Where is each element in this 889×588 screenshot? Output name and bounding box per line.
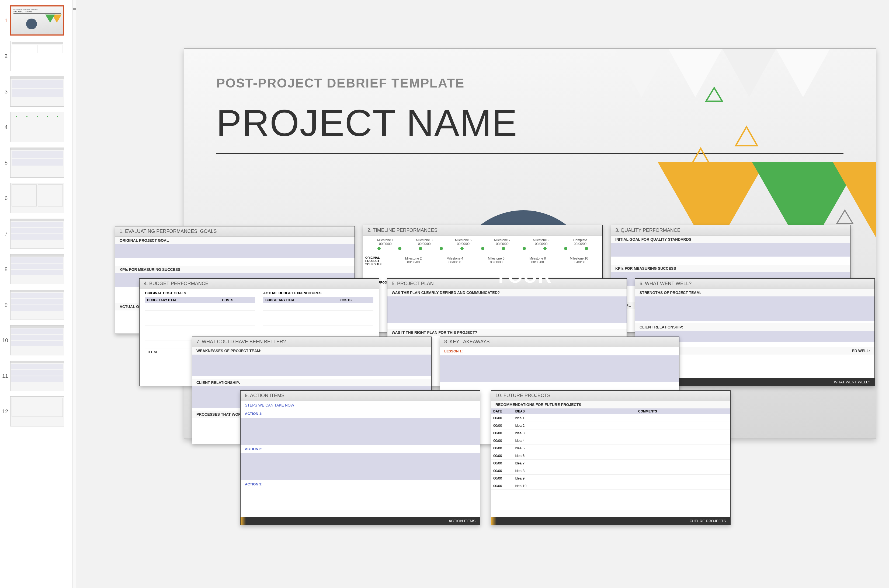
timeline-top-labels: Milestone 100/00/00 Milestone 300/00/00 … (363, 236, 602, 249)
slide-thumbnail-5[interactable] (10, 147, 64, 178)
slide-thumbnail-8[interactable] (10, 254, 64, 284)
slide-thumbnail-4[interactable] (10, 112, 64, 142)
slide-thumbnail-6[interactable] (10, 183, 64, 213)
slide-thumbnail-2[interactable] (10, 41, 64, 71)
svg-marker-2 (722, 49, 776, 97)
slide-thumbnail-9[interactable] (10, 290, 64, 320)
slide-thumbnail-3[interactable] (10, 76, 64, 106)
app-container: 1 POST-PROJECT DEBRIEF TEMPLATE PROJECT … (0, 0, 889, 588)
card-action-items[interactable]: 9. ACTION ITEMS STEPS WE CAN TAKE NOW AC… (240, 390, 480, 525)
thumb-row-1: 1 POST-PROJECT DEBRIEF TEMPLATE PROJECT … (2, 5, 70, 36)
badge-text: YOUR (495, 266, 552, 287)
future-projects-table: DATEIDEASCOMMENTS 00/00Idea 1 00/00Idea … (491, 408, 730, 490)
editor-canvas[interactable]: POST-PROJECT DEBRIEF TEMPLATE PROJECT NA… (76, 0, 889, 588)
thumb-number: 2 (2, 53, 10, 59)
slide-thumbnail-7[interactable] (10, 219, 64, 249)
sidebar-scrollbar[interactable] (73, 0, 76, 588)
card-header: 1. EVALUATING PERFORMANCES: GOALS (115, 226, 355, 237)
svg-marker-3 (776, 49, 830, 97)
svg-marker-4 (706, 88, 722, 101)
svg-marker-7 (837, 210, 853, 224)
thumb-row-2: 2 (2, 41, 70, 71)
card-header: 2. TIMELINE PERFORMANCES (363, 225, 602, 236)
slide-thumbnail-11[interactable] (10, 361, 64, 391)
slide-thumbnail-12[interactable] (10, 396, 64, 426)
svg-marker-0 (614, 49, 668, 97)
slide-thumbnail-1[interactable]: POST-PROJECT DEBRIEF TEMPLATE PROJECT NA… (10, 5, 64, 36)
svg-marker-1 (668, 49, 722, 97)
svg-marker-5 (736, 127, 757, 146)
slide-thumbnails-panel: 1 POST-PROJECT DEBRIEF TEMPLATE PROJECT … (0, 0, 73, 588)
thumb-number: 1 (2, 18, 10, 24)
slide-thumbnail-10[interactable] (10, 325, 64, 356)
card-future-projects[interactable]: 10. FUTURE PROJECTS RECOMMENDATIONS FOR … (491, 390, 731, 525)
